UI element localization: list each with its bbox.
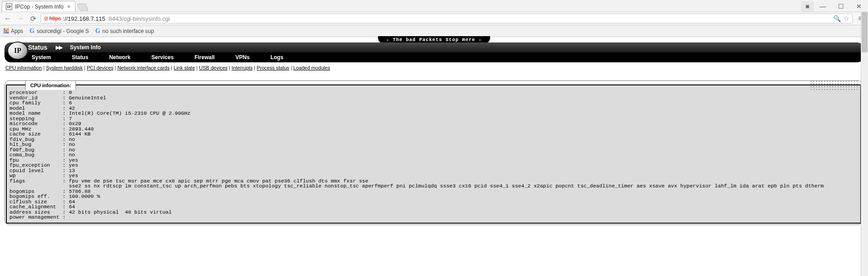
url-host: ://192.168.7.115 [63,15,105,22]
forward-button[interactable]: → [15,14,25,23]
scrollbar-thumb[interactable] [862,12,868,52]
anchor-interrupts[interactable]: Interrupts [231,65,252,70]
window-controls: ◙ — ☐ ✕ [801,1,868,12]
ssl-warning-icon: ⊘https [44,15,61,22]
anchor-link-state[interactable]: Link state [174,65,195,70]
tab-title: IPCop - System Info [15,4,63,10]
main-menu: System Status Network Services Firewall … [5,52,863,62]
favicon-icon: IP [6,4,12,10]
url-path: :8443/cgi-bin/sysinfo.cgi [107,15,170,22]
page-area-title: Status [28,44,47,51]
anchor-process-status[interactable]: Process status [257,65,289,70]
page-sub-title: System Info [70,44,101,51]
google-g-icon: G [29,28,34,34]
vertical-scrollbar[interactable] [861,12,868,229]
bookmark-item-1[interactable]: G sourcedigi - Google S [29,28,89,34]
anchor-network-interface-cards[interactable]: Network interface cards [118,65,170,70]
menu-system[interactable]: System [32,54,51,61]
decorative-dots-icon [810,80,859,92]
anchor-cpu-information[interactable]: CPU information [5,65,42,70]
google-g-icon: G [95,28,100,34]
zoom-icon[interactable]: 🔍 [833,15,841,22]
bookmark-item-2[interactable]: G no such interface sup [95,28,154,34]
menu-services[interactable]: Services [151,54,174,61]
apps-label: Apps [11,28,23,34]
page-content: - The bad Packets Stop Here - IP Status … [0,37,868,225]
cpu-info-text: processor : 0 vendor_id : GenuineIntel c… [7,85,860,223]
back-button[interactable]: ← [3,14,13,23]
section-anchor-links: CPU information | System harddisk | PCI … [0,62,868,72]
menu-status[interactable]: Status [72,54,89,61]
browser-toolbar: ← → ⟳ ⊘https ://192.168.7.115:8443/cgi-b… [0,12,868,25]
anchor-loaded-modules[interactable]: Loaded modules [293,65,330,70]
browser-tab-active[interactable]: IP IPCop - System Info × [2,1,75,12]
bookmark-star-icon[interactable]: ☆ [844,15,849,22]
close-window-button[interactable]: ✕ [850,1,868,12]
anchor-system-harddisk[interactable]: System harddisk [46,65,83,70]
maximize-button[interactable]: ☐ [832,1,850,12]
menu-logs[interactable]: Logs [270,54,283,61]
tab-strip: IP IPCop - System Info × [0,0,87,12]
new-tab-button[interactable] [77,4,89,11]
bookmarks-bar: Apps G sourcedigi - Google S G no such i… [0,25,868,37]
user-icon[interactable]: ◙ [801,1,814,12]
anchor-pci-devices[interactable]: PCI devices [87,65,113,70]
url-protocol: https [49,15,61,22]
page-header-bar: IP Status ▶▶ System Info [5,42,863,52]
cpu-information-card: CPU information: processor : 0 vendor_id… [5,80,863,225]
bookmark-label-1: sourcedigi - Google S [37,28,89,34]
menu-vpns[interactable]: VPNs [236,54,250,61]
ipcop-logo-icon: IP [7,42,28,60]
address-bar[interactable]: ⊘https ://192.168.7.115:8443/cgi-bin/sys… [41,14,853,23]
reload-button[interactable]: ⟳ [28,14,38,23]
anchor-usb-devices[interactable]: USB devices [199,65,227,70]
browser-titlebar: IP IPCop - System Info × ◙ — ☐ ✕ [0,0,868,12]
close-tab-icon[interactable]: × [66,4,71,9]
fast-forward-icon: ▶▶ [56,44,62,51]
minimize-button[interactable]: — [814,1,832,12]
apps-grid-icon [4,28,9,33]
menu-network[interactable]: Network [109,54,130,61]
bookmark-label-2: no such interface sup [103,28,154,34]
card-title: CPU information: [25,80,76,90]
menu-firewall[interactable]: Firewall [194,54,215,61]
apps-button[interactable]: Apps [4,28,23,34]
